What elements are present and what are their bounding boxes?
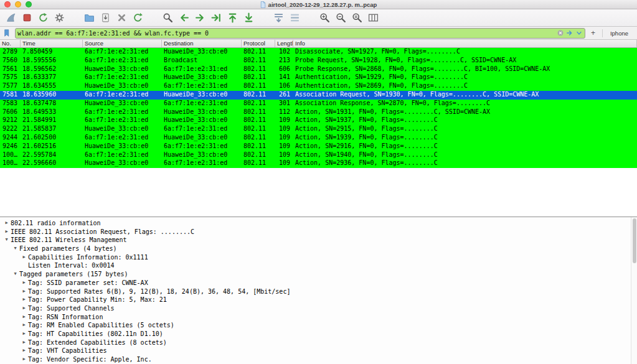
- go-to-packet-button[interactable]: [209, 11, 223, 25]
- column-header-info[interactable]: Info: [293, 40, 637, 47]
- detail-line[interactable]: ▶Tag: VHT Capabilities: [0, 347, 637, 355]
- detail-line[interactable]: ▼IEEE 802.11 Wireless Management: [0, 236, 637, 245]
- display-filter-field[interactable]: [15, 28, 585, 39]
- packet-cell-length: 109: [275, 125, 293, 134]
- zoom-out-button[interactable]: [334, 11, 347, 25]
- detail-line-text: Tag: HT Capabilities (802.11n D1.10): [28, 330, 163, 338]
- detail-line[interactable]: ▶Tag: Supported Rates 6(B), 9, 12(B), 18…: [0, 287, 637, 296]
- detail-line[interactable]: ▼Tagged parameters (157 bytes): [0, 270, 637, 279]
- packet-row[interactable]: 922221.585837HuaweiDe_33:cb:e06a:f7:1e:e…: [0, 125, 637, 134]
- colorize-button[interactable]: [288, 11, 301, 25]
- packet-row[interactable]: 924621.602516HuaweiDe_33:cb:e06a:f7:1e:e…: [0, 142, 637, 151]
- go-last-packet-button[interactable]: [242, 11, 255, 25]
- detail-line[interactable]: ▶Tag: Supported Channels: [0, 304, 637, 313]
- go-back-button[interactable]: [177, 11, 191, 25]
- zoom-window-button[interactable]: [26, 1, 32, 7]
- column-header-length[interactable]: Length: [275, 40, 293, 47]
- expand-arrow-icon[interactable]: ▶: [20, 355, 28, 364]
- save-file-button[interactable]: [98, 11, 112, 25]
- collapse-arrow-icon[interactable]: ▼: [11, 245, 19, 253]
- packet-cell-no: 7575: [0, 73, 21, 82]
- detail-line[interactable]: ▶Tag: RM Enabled Capabilities (5 octets): [0, 321, 637, 330]
- packet-row[interactable]: 100…22.5957846a:f7:1e:e2:31:edHuaweiDe_3…: [0, 151, 637, 160]
- minimize-window-button[interactable]: [15, 1, 21, 7]
- expand-arrow-icon[interactable]: ▶: [20, 347, 28, 355]
- collapse-arrow-icon[interactable]: ▼: [11, 270, 19, 279]
- clear-filter-button[interactable]: [557, 29, 564, 37]
- display-filter-input[interactable]: [17, 29, 555, 37]
- packet-list: 27897.8504596a:f7:1e:e2:31:edHuaweiDe_33…: [0, 48, 637, 217]
- packet-row[interactable]: 757518.6333776a:f7:1e:e2:31:edHuaweiDe_3…: [0, 73, 637, 82]
- packet-row[interactable]: 924421.6025006a:f7:1e:e2:31:edHuaweiDe_3…: [0, 134, 637, 142]
- go-forward-button[interactable]: [193, 11, 207, 25]
- auto-scroll-button[interactable]: [271, 11, 285, 25]
- display-filter-bar: + Iphone: [0, 27, 637, 40]
- start-capture-button[interactable]: [4, 11, 17, 25]
- detail-line[interactable]: ▶Tag: HT Capabilities (802.11n D1.10): [0, 330, 637, 338]
- capture-options-button[interactable]: [52, 11, 66, 25]
- column-header-time[interactable]: Time: [21, 40, 83, 47]
- reload-file-button[interactable]: [131, 11, 144, 25]
- expand-arrow-icon[interactable]: ▶: [20, 330, 28, 338]
- packet-row[interactable]: 756118.596562HuaweiDe_33:cb:e06a:f7:1e:e…: [0, 65, 637, 74]
- expand-arrow-icon[interactable]: ▶: [20, 313, 28, 322]
- detail-line-text: 802.11 radio information: [11, 219, 101, 228]
- column-header-destination[interactable]: Destination: [162, 40, 242, 47]
- packet-row[interactable]: 757718.634555HuaweiDe_33:cb:e06a:f7:1e:e…: [0, 82, 637, 91]
- column-header-no[interactable]: No.: [0, 40, 21, 47]
- detail-line[interactable]: ▶802.11 radio information: [0, 219, 637, 228]
- detail-line[interactable]: ▶Tag: RSN Information: [0, 313, 637, 322]
- expand-arrow-icon[interactable]: ▶: [20, 321, 28, 330]
- filter-bookmark-button[interactable]: [3, 29, 12, 37]
- find-packet-button[interactable]: [161, 11, 174, 25]
- stop-capture-button[interactable]: [20, 11, 34, 25]
- expand-arrow-icon[interactable]: ▶: [20, 287, 28, 296]
- expand-arrow-icon[interactable]: ▶: [20, 296, 28, 304]
- pcap-document-icon: [260, 1, 266, 8]
- packet-cell-source: HuaweiDe_33:cb:e0: [83, 100, 162, 108]
- detail-line[interactable]: Listen Interval: 0x0014: [0, 261, 637, 270]
- detail-scrollbar-thumb[interactable]: [633, 218, 636, 263]
- packet-row[interactable]: 760618.6495336a:f7:1e:e2:31:edHuaweiDe_3…: [0, 108, 637, 117]
- expand-arrow-icon[interactable]: ▶: [2, 219, 11, 228]
- detail-line[interactable]: ▶Tag: Power Capability Min: 5, Max: 21: [0, 296, 637, 304]
- expand-arrow-icon[interactable]: ▶: [20, 338, 28, 347]
- open-file-button[interactable]: [82, 11, 96, 25]
- zoom-original-button[interactable]: [350, 11, 364, 25]
- window-title: airtool_2020-12-29_12.28.27.p. m..pcap: [268, 1, 377, 8]
- detail-line[interactable]: ▶Capabilities Information: 0x1111: [0, 253, 637, 262]
- detail-line[interactable]: ▶Tag: Extended Capabilities (8 octets): [0, 338, 637, 347]
- packet-row[interactable]: 100…22.596660HuaweiDe_33:cb:e06a:f7:1e:e…: [0, 159, 637, 168]
- packet-cell-destination: HuaweiDe_33:cb:e0: [162, 134, 242, 142]
- filter-dropdown-button[interactable]: [575, 29, 583, 37]
- packet-row[interactable]: 27897.8504596a:f7:1e:e2:31:edHuaweiDe_33…: [0, 48, 637, 57]
- resize-columns-button[interactable]: [366, 11, 380, 25]
- detail-line[interactable]: ▶IEEE 802.11 Association Request, Flags:…: [0, 228, 637, 236]
- detail-line[interactable]: ▶Tag: Vendor Specific: Apple, Inc.: [0, 355, 637, 364]
- packet-cell-time: 21.602500: [21, 134, 83, 142]
- collapse-arrow-icon[interactable]: ▼: [2, 236, 11, 245]
- expand-arrow-icon[interactable]: ▶: [20, 279, 28, 287]
- go-first-packet-button[interactable]: [225, 11, 239, 25]
- detail-scrollbar[interactable]: [631, 217, 637, 364]
- packet-row[interactable]: 756018.5955566a:f7:1e:e2:31:edBroadcast8…: [0, 57, 637, 65]
- add-filter-button[interactable]: +: [588, 29, 598, 38]
- detail-line[interactable]: ▶Tag: SSID parameter set: CWNE-AX: [0, 279, 637, 287]
- close-file-button[interactable]: [115, 11, 128, 25]
- detail-line[interactable]: ▼Fixed parameters (4 bytes): [0, 245, 637, 253]
- apply-filter-button[interactable]: [566, 29, 573, 37]
- expand-arrow-icon[interactable]: ▶: [20, 304, 28, 313]
- saved-filter-iphone-button[interactable]: Iphone: [607, 29, 633, 37]
- packet-row-selected[interactable]: 758118.6359606a:f7:1e:e2:31:edHuaweiDe_3…: [0, 91, 637, 100]
- close-window-button[interactable]: [4, 1, 11, 7]
- column-header-source[interactable]: Source: [83, 40, 162, 47]
- expand-arrow-icon[interactable]: ▶: [20, 253, 28, 262]
- packet-cell-source: HuaweiDe_33:cb:e0: [83, 159, 162, 168]
- zoom-in-button[interactable]: [318, 11, 331, 25]
- expand-arrow-icon[interactable]: ▶: [2, 228, 11, 236]
- restart-capture-button[interactable]: [36, 11, 50, 25]
- column-header-protocol[interactable]: Protocol: [242, 40, 275, 47]
- packet-row[interactable]: 758318.637478HuaweiDe_33:cb:e06a:f7:1e:e…: [0, 100, 637, 108]
- packet-row[interactable]: 921221.5849916a:f7:1e:e2:31:edHuaweiDe_3…: [0, 116, 637, 125]
- traffic-lights: [0, 1, 32, 7]
